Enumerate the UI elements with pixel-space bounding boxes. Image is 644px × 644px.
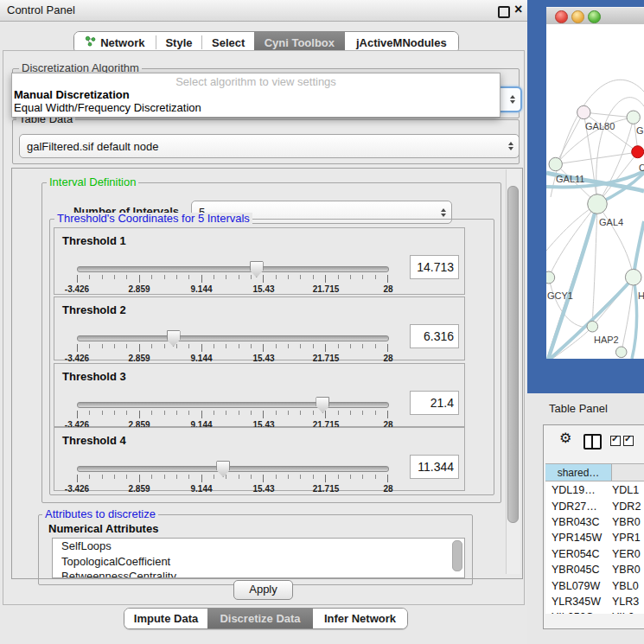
table-row[interactable]: YER054CYER0 [545,546,644,562]
cell-name[interactable]: YBR0 [612,564,644,576]
column-header-shared[interactable]: shared… [545,463,612,481]
threshold-value-field[interactable]: 21.4 [410,391,459,415]
close-icon[interactable]: × [514,2,522,17]
cell-shared-name[interactable]: YBR045C [545,564,612,576]
tick-label: 28 [383,484,392,494]
threshold-slider[interactable]: -3.4262.8599.14415.4321.71528 [77,332,388,361]
tick-label: 2.859 [128,284,150,294]
network-node-label: HAP2 [594,335,619,345]
cell-name[interactable]: YBR0 [612,516,644,528]
threshold-value-field[interactable]: 11.344 [410,455,459,479]
popup-item-equal-width[interactable]: Equal Width/Frequency Discretization [12,101,501,115]
cell-shared-name[interactable]: YER054C [545,548,612,560]
slider-major-ticks [77,275,388,283]
cell-shared-name[interactable]: YBL079W [545,580,612,592]
cell-shared-name[interactable]: YDR27… [545,501,612,513]
list-item[interactable]: TopologicalCoefficient [53,554,464,570]
cell-name[interactable]: YDL1 [612,484,644,496]
cell-name[interactable]: YIL0 [612,611,644,614]
network-node[interactable] [546,271,555,284]
tick-label: 21.715 [313,354,340,363]
threshold-value-field[interactable]: 6.316 [410,324,459,348]
table-row[interactable]: YBL079WYBL0 [545,577,644,593]
numerical-attributes-list[interactable]: SelfLoops TopologicalCoefficient Between… [52,538,465,578]
popup-placeholder: Select algorithm to view settings [12,75,500,89]
gear-icon[interactable]: ⚙ [559,431,571,445]
slider-track[interactable] [77,266,389,272]
slider-major-ticks [77,475,388,482]
network-window-titlebar[interactable] [546,7,644,26]
cell-name[interactable]: YPR1 [612,532,644,544]
threshold-panel: Threshold 4-3.4262.8599.14415.4321.71528… [54,427,465,491]
cell-name[interactable]: YER0 [612,548,644,560]
network-node-label: GCY1 [547,290,573,301]
table-data-combobox[interactable]: galFiltered.sif default node [19,134,520,158]
popup-item-manual-discretization[interactable]: Manual Discretization [12,88,501,102]
network-node-label: GAL4 [599,217,623,227]
network-node[interactable] [549,157,562,170]
close-traffic-light-icon[interactable] [555,10,568,23]
columns-icon[interactable] [583,434,602,450]
threshold-slider[interactable]: -3.4262.8599.14415.4321.71528 [77,462,388,492]
cell-name[interactable]: YLR3 [612,596,644,608]
slider-track[interactable] [77,335,389,341]
threshold-label: Threshold 1 [62,234,126,247]
table-row[interactable]: YBR045CYBR0 [545,562,644,577]
slider-major-ticks [77,411,388,418]
table-row[interactable]: YBR043CYBR0 [545,514,644,530]
tick-label: 15.43 [252,284,274,294]
tick-label: 15.43 [252,484,274,494]
network-node[interactable] [588,194,608,214]
network-node-label: H [638,290,644,301]
tick-label: 2.859 [128,484,150,494]
cell-shared-name[interactable]: YIL052C [545,611,612,614]
cell-shared-name[interactable]: YDL19… [545,484,612,496]
float-window-icon[interactable] [498,6,510,18]
network-node[interactable] [632,146,644,158]
network-node[interactable] [627,111,640,124]
cell-shared-name[interactable]: YPR145W [545,532,612,544]
table-row[interactable]: YPR145WYPR1 [545,530,644,545]
network-node[interactable] [625,269,641,285]
algorithm-dropdown-popup: Select algorithm to view settings Manual… [11,73,501,118]
network-node[interactable] [615,347,627,358]
list-item[interactable]: SelfLoops [53,539,464,554]
list-item[interactable]: BetweennessCentrality [53,569,464,578]
slider-track[interactable] [77,466,389,472]
tab-discretize-data[interactable]: Discretize Data [207,609,313,628]
network-node[interactable] [587,321,598,332]
network-canvas[interactable]: GAL80GOGAL11GAL4GCY1HHAP2 [546,24,644,359]
list-scrollbar[interactable] [452,540,462,571]
scrollbar-thumb[interactable] [507,186,519,523]
interval-definition-title: Interval Definition [47,176,138,188]
table-row[interactable]: YDL19…YDL1 [545,482,644,498]
threshold-slider[interactable]: -3.4262.8599.14415.4321.71528 [77,399,388,428]
threshold-panel: Threshold 3-3.4262.8599.14415.4321.71528… [54,363,465,427]
cell-shared-name[interactable]: YLR345W [545,596,612,608]
cell-name[interactable]: YBL0 [612,580,644,592]
threshold-label: Threshold 3 [62,370,126,383]
network-node-label: GAL11 [556,174,584,184]
minimize-traffic-light-icon[interactable] [571,10,584,23]
threshold-slider[interactable]: -3.4262.8599.14415.4321.71528 [77,263,388,292]
checkbox-icon[interactable] [610,436,621,446]
zoom-traffic-light-icon[interactable] [588,10,601,23]
table-row[interactable]: YIL052CYIL0 [545,609,644,614]
checkbox-icon[interactable] [623,436,634,446]
cell-shared-name[interactable]: YBR043C [545,516,612,528]
table-row[interactable]: YLR345WYLR3 [545,594,644,609]
tab-infer-network[interactable]: Infer Network [313,609,407,628]
cell-name[interactable]: YDR2 [612,501,644,513]
table-row[interactable]: YDR27…YDR2 [545,498,644,513]
attributes-group-title: Attributes to discretize [42,508,158,520]
threshold-value-field[interactable]: 14.713 [410,255,459,279]
threshold-panel: Threshold 1-3.4262.8599.14415.4321.71528… [54,227,465,295]
table-panel-section: Table Panel ⚙ shared… n YDL19…YDL1YDR27…… [527,393,644,644]
slider-track[interactable] [77,402,389,408]
network-node[interactable] [577,105,590,118]
column-header-name[interactable]: n [612,463,644,481]
tick-label: 28 [383,284,392,294]
apply-button[interactable]: Apply [233,580,293,600]
tab-impute-data[interactable]: Impute Data [124,609,207,628]
node-table[interactable]: shared… n YDL19…YDL1YDR27…YDR2YBR043CYBR… [545,463,644,614]
